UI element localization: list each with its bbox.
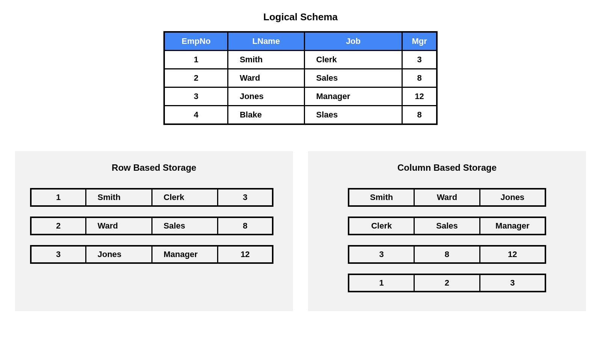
cell: 3 xyxy=(218,190,272,205)
cell-mgr: 3 xyxy=(402,51,437,69)
cell: Sales xyxy=(153,218,219,234)
col-header-mgr: Mgr xyxy=(402,32,437,51)
cell: 1 xyxy=(349,275,415,291)
logical-schema-table: EmpNo LName Job Mgr 1 Smith Clerk 3 2 Wa… xyxy=(163,31,438,125)
cell-empno: 3 xyxy=(164,87,228,106)
diagram-root: Logical Schema EmpNo LName Job Mgr 1 Smi… xyxy=(0,0,601,364)
cell-lname: Blake xyxy=(228,106,305,125)
cell-job: Sales xyxy=(304,69,402,87)
cell: Smith xyxy=(349,190,415,205)
cell: Clerk xyxy=(349,218,415,234)
col-strip: 3 8 12 xyxy=(348,245,546,264)
cell: Manager xyxy=(480,218,545,234)
cell: Smith xyxy=(86,190,153,205)
storage-panels: Row Based Storage 1 Smith Clerk 3 2 Ward… xyxy=(8,151,593,311)
column-storage-title: Column Based Storage xyxy=(323,162,571,173)
cell-mgr: 12 xyxy=(402,87,437,106)
cell-mgr: 8 xyxy=(402,106,437,125)
col-header-job: Job xyxy=(304,32,402,51)
cell-lname: Smith xyxy=(228,51,305,69)
cell: Manager xyxy=(153,247,219,262)
cell: 8 xyxy=(415,247,480,262)
col-strip: 1 2 3 xyxy=(348,274,546,292)
row-storage-panel: Row Based Storage 1 Smith Clerk 3 2 Ward… xyxy=(15,151,293,311)
table-header-row: EmpNo LName Job Mgr xyxy=(164,32,437,51)
cell: 12 xyxy=(218,247,272,262)
cell-job: Clerk xyxy=(304,51,402,69)
row-storage-title: Row Based Storage xyxy=(30,162,278,173)
column-storage-panel: Column Based Storage Smith Ward Jones Cl… xyxy=(308,151,586,311)
cell: Ward xyxy=(86,218,153,234)
cell: 3 xyxy=(480,275,545,291)
table-row: 3 Jones Manager 12 xyxy=(164,87,437,106)
table-row: 4 Blake Slaes 8 xyxy=(164,106,437,125)
cell: Sales xyxy=(415,218,480,234)
col-strip: Smith Ward Jones xyxy=(348,188,546,207)
table-row: 1 Smith Clerk 3 xyxy=(164,51,437,69)
cell: 2 xyxy=(415,275,480,291)
cell: Jones xyxy=(480,190,545,205)
col-header-lname: LName xyxy=(228,32,305,51)
cell: Clerk xyxy=(153,190,219,205)
cell-empno: 2 xyxy=(164,69,228,87)
cell-job: Slaes xyxy=(304,106,402,125)
cell-empno: 1 xyxy=(164,51,228,69)
table-row: 2 Ward Sales 8 xyxy=(164,69,437,87)
row-strip: 3 Jones Manager 12 xyxy=(30,245,273,264)
cell: Ward xyxy=(415,190,480,205)
cell: 1 xyxy=(32,190,86,205)
cell-lname: Ward xyxy=(228,69,305,87)
cell-mgr: 8 xyxy=(402,69,437,87)
row-strip: 2 Ward Sales 8 xyxy=(30,217,273,235)
logical-schema-title: Logical Schema xyxy=(8,11,593,23)
cell: 2 xyxy=(32,218,86,234)
col-header-empno: EmpNo xyxy=(164,32,228,51)
row-strip: 1 Smith Clerk 3 xyxy=(30,188,273,207)
cell-job: Manager xyxy=(304,87,402,106)
cell: 12 xyxy=(480,247,545,262)
cell-empno: 4 xyxy=(164,106,228,125)
cell: 8 xyxy=(218,218,272,234)
col-strip: Clerk Sales Manager xyxy=(348,217,546,235)
cell-lname: Jones xyxy=(228,87,305,106)
cell: 3 xyxy=(349,247,415,262)
cell: 3 xyxy=(32,247,86,262)
cell: Jones xyxy=(86,247,153,262)
